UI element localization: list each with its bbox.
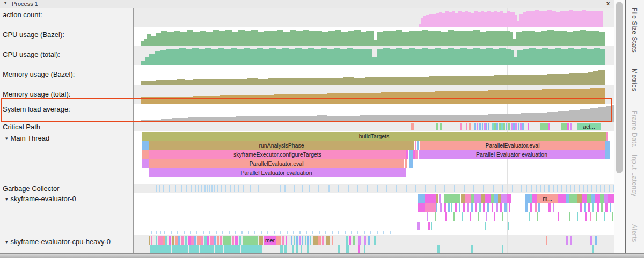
trace-slice[interactable] xyxy=(191,236,194,245)
collapse-arrow-icon[interactable]: ▾ xyxy=(5,196,8,202)
trace-slice[interactable] xyxy=(211,185,213,192)
trace-slice[interactable] xyxy=(478,212,479,221)
trace-slice[interactable] xyxy=(486,123,487,130)
trace-slice[interactable] xyxy=(477,123,478,130)
trace-slice[interactable] xyxy=(596,212,597,221)
trace-slice[interactable] xyxy=(444,185,445,192)
trace-slice[interactable] xyxy=(196,231,197,234)
trace-slice[interactable] xyxy=(518,123,519,130)
trace-slice[interactable] xyxy=(436,123,438,130)
trace-slice[interactable] xyxy=(502,185,503,192)
trace-slice[interactable] xyxy=(579,185,580,192)
trace-slice[interactable] xyxy=(425,203,436,212)
trace-slice[interactable] xyxy=(370,231,371,234)
trace-slice[interactable] xyxy=(318,185,319,192)
trace-slice[interactable] xyxy=(280,245,283,253)
trace-slice[interactable] xyxy=(496,123,498,130)
trace-slice[interactable] xyxy=(299,236,301,245)
trace-slice[interactable] xyxy=(570,185,571,192)
trace-slice-labeled[interactable]: runAnalysisPhase xyxy=(149,141,414,150)
tab-metrics[interactable]: Metrics xyxy=(631,69,638,91)
trace-slice[interactable] xyxy=(482,123,483,130)
trace-slice[interactable] xyxy=(184,231,185,234)
trace-slice[interactable] xyxy=(590,212,591,221)
close-button[interactable]: x xyxy=(606,0,610,6)
trace-slice[interactable] xyxy=(282,236,284,245)
trace-slice[interactable] xyxy=(307,245,309,253)
trace-slice[interactable] xyxy=(319,231,320,234)
trace-slice[interactable] xyxy=(587,194,591,203)
trace-slice[interactable] xyxy=(276,236,281,245)
trace-slice[interactable] xyxy=(274,231,275,234)
trace-slice[interactable] xyxy=(475,203,477,212)
trace-slice-labeled[interactable]: mer xyxy=(264,236,276,245)
trace-slice[interactable] xyxy=(436,203,437,212)
trace-slice[interactable] xyxy=(595,236,597,245)
trace-slice[interactable] xyxy=(411,123,414,130)
trace-slice[interactable] xyxy=(546,236,547,245)
trace-slice[interactable] xyxy=(486,212,487,221)
track-label-skyframe-evaluator-0[interactable]: ▾skyframe-evaluator-0 xyxy=(5,195,76,203)
collapse-arrow-icon[interactable]: ▾ xyxy=(5,239,8,245)
trace-slice[interactable] xyxy=(243,236,258,245)
trace-slice[interactable] xyxy=(592,203,594,212)
trace-slice[interactable] xyxy=(553,185,554,192)
trace-slice[interactable] xyxy=(466,123,467,130)
trace-slice[interactable] xyxy=(531,185,532,192)
trace-slice[interactable] xyxy=(569,212,570,221)
trace-slice[interactable] xyxy=(346,245,349,253)
trace-slice[interactable] xyxy=(415,141,416,150)
trace-slice[interactable] xyxy=(406,185,407,192)
trace-slice[interactable] xyxy=(453,212,455,221)
counter-chart-sys-load[interactable] xyxy=(134,104,614,122)
trace-slice[interactable] xyxy=(558,212,559,221)
trace-slice[interactable] xyxy=(605,141,610,150)
trace-slice[interactable] xyxy=(504,203,507,212)
trace-slice[interactable] xyxy=(241,245,262,253)
trace-slice-labeled[interactable]: ParallelEvaluator.eval xyxy=(149,159,404,168)
trace-slice[interactable] xyxy=(142,141,149,150)
trace-slice[interactable] xyxy=(217,236,219,245)
trace-slice[interactable] xyxy=(558,194,566,203)
trace-slice[interactable] xyxy=(326,236,330,245)
trace-slice[interactable] xyxy=(610,203,611,212)
trace-slice[interactable] xyxy=(204,236,207,245)
trace-slice[interactable] xyxy=(189,245,199,253)
trace-slice[interactable] xyxy=(301,245,302,253)
trace-slice[interactable] xyxy=(474,194,481,203)
trace-slice[interactable] xyxy=(181,185,182,192)
trace-slice[interactable] xyxy=(383,231,384,234)
trace-slice[interactable] xyxy=(194,236,196,245)
trace-slice[interactable] xyxy=(591,185,592,192)
trace-slice[interactable] xyxy=(427,212,428,221)
trace-slice[interactable] xyxy=(338,231,339,234)
trace-slice[interactable] xyxy=(177,231,178,234)
trace-slice[interactable] xyxy=(332,236,333,245)
trace-slice[interactable] xyxy=(587,185,588,192)
trace-slice[interactable] xyxy=(469,123,471,130)
counter-chart-action-count[interactable] xyxy=(134,8,614,27)
trace-slice[interactable] xyxy=(600,185,601,192)
trace-slice[interactable] xyxy=(418,194,425,203)
trace-slice[interactable] xyxy=(207,236,209,245)
trace-slice[interactable] xyxy=(613,185,614,192)
trace-slice[interactable] xyxy=(508,222,509,230)
trace-slice[interactable] xyxy=(280,231,281,234)
trace-slice[interactable] xyxy=(415,150,418,159)
trace-slice[interactable] xyxy=(364,231,365,234)
trace-slice[interactable] xyxy=(483,203,485,212)
trace-slice[interactable] xyxy=(415,185,416,192)
trace-slice[interactable] xyxy=(455,203,457,212)
trace-slice[interactable] xyxy=(435,185,436,192)
trace-slice[interactable] xyxy=(156,185,157,192)
trace-slice[interactable] xyxy=(230,185,231,192)
trace-slice[interactable] xyxy=(142,159,149,168)
trace-slice[interactable] xyxy=(500,203,502,212)
process-group-header[interactable]: ▾ Process 1 x xyxy=(0,0,625,8)
trace-slice[interactable] xyxy=(418,203,425,212)
trace-slice[interactable] xyxy=(521,185,522,192)
trace-slice[interactable] xyxy=(512,185,513,192)
trace-slice[interactable] xyxy=(451,203,452,212)
horizontal-scrollbar[interactable] xyxy=(0,253,644,258)
trace-slice[interactable] xyxy=(368,236,370,245)
